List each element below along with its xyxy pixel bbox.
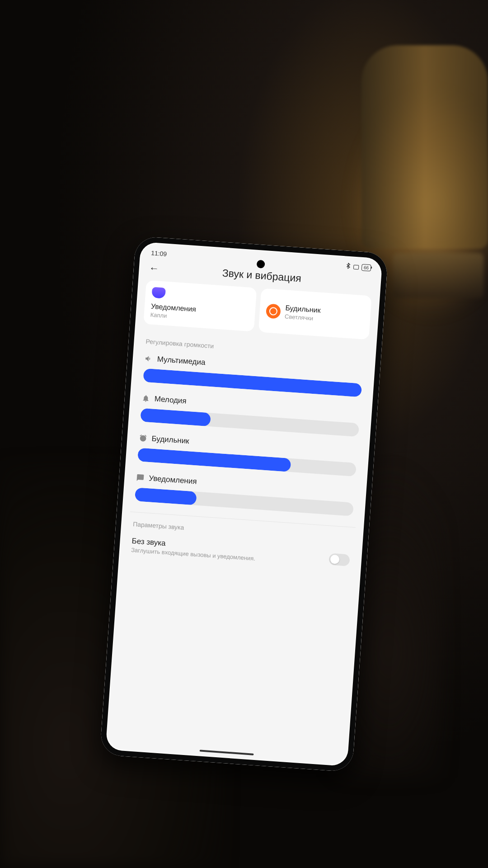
silent-toggle[interactable] [328, 553, 350, 566]
status-icons: 66 [346, 263, 371, 272]
ringtone-slider-fill [140, 408, 211, 427]
background-lamp [361, 45, 488, 249]
alarm-card[interactable]: Будильник Светлячки [258, 288, 372, 340]
home-indicator[interactable] [200, 750, 254, 755]
speaker-icon [144, 354, 153, 363]
alarm-icon [139, 434, 147, 442]
media-slider-label: Мультимедиа [157, 355, 206, 367]
status-time: 11:09 [151, 249, 167, 257]
bell-icon [151, 287, 166, 299]
alarm-clock-icon [266, 303, 281, 319]
bell-outline-icon [141, 394, 150, 403]
notifications-card[interactable]: Уведомления Капли [143, 280, 257, 332]
background-lamp-base [393, 253, 483, 298]
bluetooth-icon [346, 263, 351, 271]
notifications-slider-fill [135, 487, 197, 505]
content-area: Уведомления Капли Будильник Светлячки Ре… [120, 280, 379, 575]
alarm-card-subtitle: Светлячки [285, 313, 320, 322]
battery-icon: 66 [361, 264, 371, 271]
phone-device: 11:09 66 ← Звук и вибрация Уведомления К… [100, 236, 389, 772]
message-icon [136, 473, 145, 482]
alarm-slider-label: Будильник [151, 434, 189, 446]
ringtone-slider-label: Мелодия [154, 395, 187, 406]
notifications-slider-label: Уведомления [149, 474, 197, 486]
phone-screen: 11:09 66 ← Звук и вибрация Уведомления К… [107, 243, 382, 765]
signal-icon [353, 264, 359, 269]
